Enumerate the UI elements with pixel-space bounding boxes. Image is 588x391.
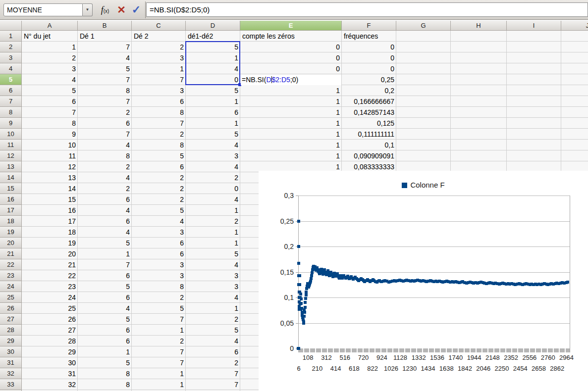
cell[interactable]: 5 xyxy=(132,205,186,216)
column-header-j[interactable]: J xyxy=(561,21,588,31)
cell[interactable]: 4 xyxy=(186,63,240,74)
cell[interactable]: 2 xyxy=(78,183,132,194)
cell[interactable]: 12 xyxy=(22,161,78,172)
cell[interactable]: 3 xyxy=(186,281,240,292)
cell[interactable]: 2 xyxy=(132,172,186,183)
cell[interactable]: 19 xyxy=(22,238,78,248)
column-header-h[interactable]: H xyxy=(451,21,507,31)
chart-object[interactable]: Colonne F 0,30,250,20,150,10,05010831251… xyxy=(259,171,588,391)
cell[interactable]: 1 xyxy=(132,379,186,390)
cell[interactable]: 6 xyxy=(132,238,186,248)
cell[interactable]: 18 xyxy=(22,227,78,238)
cell-in-edit-mode[interactable]: =NB.SI(D$2:D5;0) xyxy=(241,75,341,85)
cell[interactable]: 20 xyxy=(22,248,78,259)
header-cell[interactable]: N° du jet xyxy=(22,31,78,42)
cell[interactable]: 1 xyxy=(240,118,342,129)
cell[interactable]: 1 xyxy=(22,42,78,52)
cell[interactable]: 17 xyxy=(22,216,78,227)
name-box-input[interactable]: MOYENNE xyxy=(3,3,83,16)
header-cell[interactable]: fréquences xyxy=(342,31,396,42)
cell[interactable]: 4 xyxy=(186,161,240,172)
cell[interactable]: 16 xyxy=(22,205,78,216)
cell[interactable]: 28 xyxy=(22,336,78,346)
row-header-14[interactable]: 14 xyxy=(0,172,22,183)
cell[interactable]: 5 xyxy=(78,238,132,248)
cell[interactable]: 6 xyxy=(78,325,132,336)
accept-icon[interactable]: ✓ xyxy=(129,3,143,17)
select-all-corner[interactable] xyxy=(0,21,22,31)
cell[interactable]: 2 xyxy=(132,194,186,205)
cell[interactable]: 32 xyxy=(22,379,78,390)
cell[interactable]: 1 xyxy=(132,63,186,74)
row-header-26[interactable]: 26 xyxy=(0,303,22,314)
cell[interactable]: 1 xyxy=(186,238,240,248)
cell[interactable]: 7 xyxy=(186,379,240,390)
cell[interactable]: 2 xyxy=(132,129,186,140)
cell[interactable]: 1 xyxy=(240,85,342,96)
row-header-8[interactable]: 8 xyxy=(0,107,22,118)
cell[interactable]: 5 xyxy=(186,129,240,140)
cell[interactable]: 1 xyxy=(240,150,342,161)
cell[interactable]: 7 xyxy=(132,357,186,368)
cell[interactable]: 6 xyxy=(78,336,132,346)
cell[interactable]: 7 xyxy=(78,96,132,107)
cell[interactable]: 0,1 xyxy=(342,140,396,150)
row-header-9[interactable]: 9 xyxy=(0,118,22,129)
cell[interactable]: 1 xyxy=(186,227,240,238)
column-header-d[interactable]: D xyxy=(186,21,240,31)
row-header-7[interactable]: 7 xyxy=(0,96,22,107)
cell[interactable]: 6 xyxy=(186,346,240,357)
cell[interactable]: 2 xyxy=(22,52,78,63)
cell[interactable]: 31 xyxy=(22,368,78,379)
cell[interactable]: 1 xyxy=(240,140,342,150)
cell[interactable]: 3 xyxy=(186,270,240,281)
row-header-27[interactable]: 27 xyxy=(0,314,22,325)
cell[interactable]: 8 xyxy=(78,368,132,379)
cell[interactable]: 5 xyxy=(186,248,240,259)
column-header-f[interactable]: F xyxy=(342,21,396,31)
cell[interactable]: 0 xyxy=(240,52,342,63)
cell[interactable]: 3 xyxy=(186,150,240,161)
cell[interactable]: 3 xyxy=(132,259,186,270)
name-box-dropdown-button[interactable]: ▼ xyxy=(83,3,93,16)
cell[interactable]: 8 xyxy=(78,85,132,96)
cell[interactable]: 0 xyxy=(186,183,240,194)
cell[interactable]: 11 xyxy=(22,150,78,161)
cell[interactable]: 0,25 xyxy=(342,74,396,85)
cell[interactable]: 5 xyxy=(78,357,132,368)
row-header-25[interactable]: 25 xyxy=(0,292,22,303)
cell[interactable]: 1 xyxy=(186,118,240,129)
row-header-33[interactable]: 33 xyxy=(0,379,22,390)
cell[interactable]: 6 xyxy=(186,107,240,118)
cell[interactable]: 0,111111111 xyxy=(342,129,396,140)
cell[interactable]: 6 xyxy=(22,96,78,107)
cell[interactable]: 0 xyxy=(342,42,396,52)
cell[interactable]: 6 xyxy=(132,161,186,172)
row-header-11[interactable]: 11 xyxy=(0,140,22,150)
cell[interactable]: 4 xyxy=(186,259,240,270)
row-header-21[interactable]: 21 xyxy=(0,248,22,259)
cell[interactable]: 30 xyxy=(22,357,78,368)
cell[interactable]: 1 xyxy=(78,248,132,259)
cell[interactable]: 1 xyxy=(132,325,186,336)
cell[interactable]: 15 xyxy=(22,194,78,205)
cell[interactable]: 7 xyxy=(78,42,132,52)
cell[interactable]: 2 xyxy=(132,42,186,52)
cell[interactable]: 5 xyxy=(186,85,240,96)
cell[interactable]: 4 xyxy=(78,140,132,150)
cell[interactable]: 4 xyxy=(132,216,186,227)
cell[interactable]: 5 xyxy=(78,63,132,74)
cell[interactable]: 5 xyxy=(78,314,132,325)
cell[interactable]: 7 xyxy=(132,314,186,325)
cell[interactable]: 13 xyxy=(22,172,78,183)
header-cell[interactable]: Dé 2 xyxy=(132,31,186,42)
cell[interactable]: 4 xyxy=(186,140,240,150)
cell[interactable]: 2 xyxy=(186,314,240,325)
column-header-b[interactable]: B xyxy=(78,21,132,31)
cell[interactable]: 4 xyxy=(78,205,132,216)
cell[interactable]: 7 xyxy=(22,107,78,118)
cell[interactable]: 0,2 xyxy=(342,85,396,96)
cell[interactable]: 8 xyxy=(22,118,78,129)
cell[interactable]: 1 xyxy=(186,52,240,63)
row-header-18[interactable]: 18 xyxy=(0,216,22,227)
